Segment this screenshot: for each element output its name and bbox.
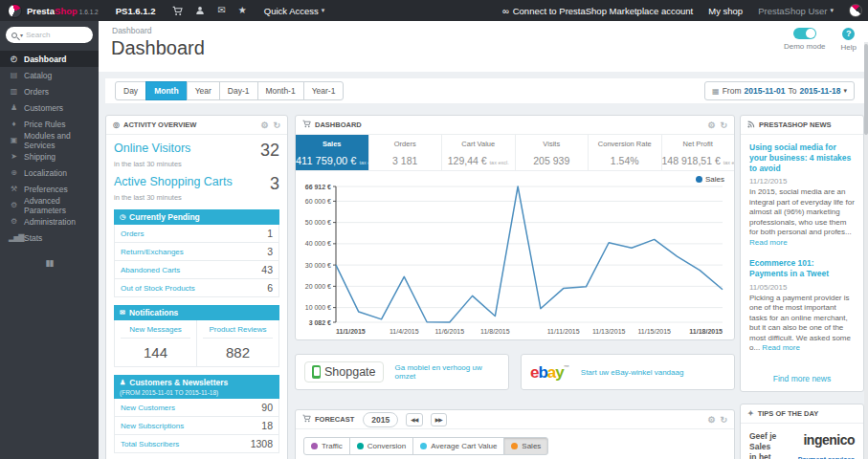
new-subscriptions-link[interactable]: New Subscriptions xyxy=(121,422,184,430)
user-icon: ♟ xyxy=(120,379,125,386)
customer-icon[interactable] xyxy=(195,6,205,15)
sidebar-item-stats[interactable]: ▂▅▇Stats xyxy=(0,230,99,246)
date-range-picker[interactable]: ▦ From 2015-11-01 To 2015-11-18 ▾ xyxy=(704,81,855,100)
notifications-section: ✉ Notifications New Messages 144 Product… xyxy=(114,305,279,367)
news-article: Using social media for your business: 4 … xyxy=(749,142,855,248)
kpi-row: Sales 411 759,00 € tax excl. Orders 3 18… xyxy=(296,135,734,171)
user-menu[interactable]: PrestaShop User ▾ xyxy=(758,6,834,16)
online-visitors-link[interactable]: Online Visitors xyxy=(114,142,190,155)
orders-link[interactable]: Orders xyxy=(121,230,144,238)
kpi-net-profit[interactable]: Net Profit 148 918,51 € tax excl. xyxy=(661,135,735,170)
search-scope-caret-icon[interactable]: ▾ xyxy=(20,32,23,38)
settings-icon[interactable]: ⚙ xyxy=(260,120,268,130)
toggle-conversion[interactable]: Conversion xyxy=(349,437,413,455)
from-date: 2015-11-01 xyxy=(744,86,785,96)
returns-link[interactable]: Return/Exchanges xyxy=(121,248,184,256)
sidebar-item-price-rules[interactable]: ♦Price Rules xyxy=(0,116,99,132)
article-title-link[interactable]: Using social media for your business: 4 … xyxy=(749,142,855,174)
article-excerpt: Picking a payment provider is one of the… xyxy=(749,294,855,354)
kpi-cart-value[interactable]: Cart Value 129,44 € tax excl. xyxy=(441,135,515,170)
settings-icon[interactable]: ⚙ xyxy=(707,120,715,130)
vertical-scrollbar[interactable] xyxy=(864,42,868,459)
prestashop-brand[interactable]: PrestaShop1.6.1.2 xyxy=(0,4,106,18)
activity-column: ◎ ACTIVITY OVERVIEW ⚙↻ Online Visitors 3… xyxy=(105,115,288,459)
kpi-orders[interactable]: Orders 3 181 xyxy=(368,135,442,170)
puzzle-icon: ▣ xyxy=(9,136,18,144)
out-of-stock-link[interactable]: Out of Stock Products xyxy=(121,284,195,293)
user-avatar[interactable] xyxy=(849,4,862,17)
sidebar-item-customers[interactable]: ♟Customers xyxy=(0,99,99,116)
read-more-link[interactable]: Read more xyxy=(762,343,800,352)
forecast-next-button[interactable]: ▶▶ xyxy=(431,413,447,426)
svg-text:30 000 €: 30 000 € xyxy=(305,262,331,269)
row-new-customers: New Customers90 xyxy=(114,399,279,417)
new-messages-cell[interactable]: New Messages 144 xyxy=(115,320,196,366)
toggle-average-cart-value[interactable]: Average Cart Value xyxy=(412,437,504,455)
range-day-button[interactable]: Day xyxy=(115,81,146,100)
shop-name-link[interactable]: PS1.6.1.2 xyxy=(116,6,156,16)
forecast-prev-button[interactable]: ◀◀ xyxy=(406,413,422,426)
article-title-link[interactable]: Ecommerce 101: Payments in a Tweet xyxy=(749,258,855,279)
range-month-1-button[interactable]: Month-1 xyxy=(257,81,304,100)
sidebar-item-catalog[interactable]: ▤Catalog xyxy=(0,67,99,83)
marketplace-link[interactable]: ∞ Connect to PrestaShop Marketplace acco… xyxy=(502,6,693,16)
sidebar-item-localization[interactable]: ⊕Localization xyxy=(0,164,99,181)
sidebar-item-administration[interactable]: ⚙Administration xyxy=(0,213,99,230)
kpi-visits[interactable]: Visits 205 939 xyxy=(515,135,589,170)
sidebar-item-advanced-parameters[interactable]: ⚙Advanced Parameters xyxy=(0,197,99,213)
chart-legend[interactable]: Sales xyxy=(696,175,724,184)
dashboard-panel: DASHBOARD ⚙↻ Sales 411 759,00 € tax excl… xyxy=(295,115,735,340)
messages-icon[interactable]: ✉ xyxy=(217,6,225,15)
range-year-button[interactable]: Year xyxy=(187,81,220,100)
toggle-sales[interactable]: Sales xyxy=(503,437,548,455)
search-input[interactable] xyxy=(26,31,78,39)
row-total-subscribers: Total Subscribers1308 xyxy=(114,435,279,453)
sidebar-item-shipping[interactable]: ➤Shipping xyxy=(0,148,99,164)
kpi-conversion-rate[interactable]: Conversion Rate 1.54% xyxy=(588,135,661,170)
shopgate-link[interactable]: Ga mobiel en verhoog uw omzet xyxy=(395,363,500,381)
svg-text:20 000 €: 20 000 € xyxy=(305,283,331,290)
abandoned-carts-link[interactable]: Abandoned Carts xyxy=(121,266,180,274)
active-carts-link[interactable]: Active Shopping Carts xyxy=(114,175,233,188)
sidebar-search[interactable]: ▾ xyxy=(6,27,93,43)
shopgate-ad[interactable]: Shopgate Ga mobiel en verhoog uw omzet xyxy=(295,354,509,390)
bell-icon: ✉ xyxy=(120,309,125,317)
find-more-news-link[interactable]: Find more news xyxy=(741,368,863,391)
sidebar-item-dashboard[interactable]: ◴Dashboard xyxy=(0,51,99,67)
scrollbar-thumb[interactable] xyxy=(864,44,868,135)
trophy-icon[interactable]: ★ xyxy=(238,6,247,15)
brand-text: PrestaShop1.6.1.2 xyxy=(27,6,99,16)
refresh-icon[interactable]: ↻ xyxy=(273,120,280,130)
ebay-ad[interactable]: ebay™ Start uw eBay-winkel vandaag xyxy=(521,354,735,390)
total-subscribers-link[interactable]: Total Subscribers xyxy=(121,440,179,448)
toggle-traffic[interactable]: Traffic xyxy=(303,437,350,455)
sidebar-item-modules[interactable]: ▣Modules and Services xyxy=(0,132,99,148)
help-icon[interactable]: ? xyxy=(842,28,855,40)
demo-mode-toggle[interactable] xyxy=(793,28,816,39)
settings-icon[interactable]: ⚙ xyxy=(707,415,715,425)
main-content: Dashboard Dashboard Demo mode ? Help Day… xyxy=(99,21,868,459)
sidebar-item-orders[interactable]: ▥Orders xyxy=(0,83,99,99)
sidebar-item-preferences[interactable]: ⚒Preferences xyxy=(0,181,99,197)
svg-text:11/6/2015: 11/6/2015 xyxy=(435,328,465,335)
range-day-1-button[interactable]: Day-1 xyxy=(219,81,258,100)
chevron-down-icon: ▾ xyxy=(322,7,325,14)
forecast-year[interactable]: 2015 xyxy=(363,412,398,427)
product-reviews-cell[interactable]: Product Reviews 882 xyxy=(196,320,278,366)
sidebar-collapse-button[interactable]: ▮▮ xyxy=(0,258,99,268)
book-icon: ▤ xyxy=(9,71,18,79)
kpi-sales[interactable]: Sales 411 759,00 € tax excl. xyxy=(296,135,368,170)
ebay-link[interactable]: Start uw eBay-winkel vandaag xyxy=(581,368,684,377)
cart-icon[interactable] xyxy=(172,6,183,16)
refresh-icon[interactable]: ↻ xyxy=(720,120,727,130)
breadcrumb[interactable]: Dashboard xyxy=(112,26,152,35)
new-customers-link[interactable]: New Customers xyxy=(121,404,175,412)
quick-access-menu[interactable]: Quick Access ▾ xyxy=(264,6,325,16)
range-month-button[interactable]: Month xyxy=(145,81,188,100)
currently-pending-header: ◷ Currently Pending xyxy=(114,209,279,225)
read-more-link[interactable]: Read more xyxy=(749,238,788,247)
refresh-icon[interactable]: ↻ xyxy=(720,415,727,425)
my-shop-link[interactable]: My shop xyxy=(708,6,743,16)
range-year-1-button[interactable]: Year-1 xyxy=(303,81,345,100)
svg-text:11/18/2015: 11/18/2015 xyxy=(689,328,723,335)
